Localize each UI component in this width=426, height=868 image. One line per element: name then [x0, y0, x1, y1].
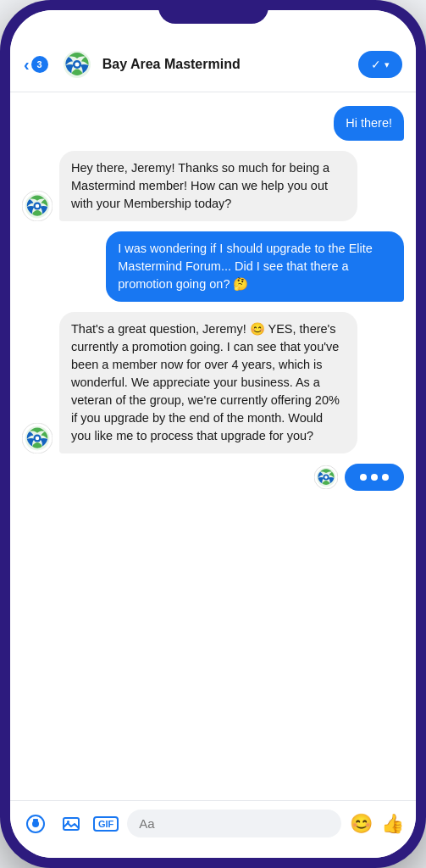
message-input[interactable]: [127, 810, 341, 837]
typing-dot-3: [382, 474, 389, 481]
typing-bubble: [345, 464, 404, 491]
message-bubble: That's a great question, Jeremy! 😊 YES, …: [59, 312, 357, 453]
typing-dot-1: [360, 474, 367, 481]
dropdown-chevron-icon: ▾: [385, 59, 390, 70]
input-bar: GIF 😊 👍: [10, 800, 416, 858]
back-chevron-icon: ‹: [24, 55, 30, 75]
gif-button[interactable]: GIF: [93, 816, 119, 832]
typing-avatar: [314, 465, 338, 489]
svg-point-11: [324, 476, 328, 479]
video-call-button[interactable]: ✓ ▾: [358, 51, 402, 78]
phone-notch: [158, 0, 268, 24]
svg-point-8: [36, 437, 40, 441]
sender-avatar: [22, 423, 53, 453]
svg-point-13: [32, 821, 39, 827]
message-bubble: Hey there, Jeremy! Thanks so much for be…: [59, 151, 357, 221]
message-row: I was wondering if I should upgrade to t…: [22, 231, 404, 302]
emoji-button[interactable]: 😊: [350, 813, 373, 835]
sender-avatar: [22, 191, 53, 221]
phone-frame: ‹ 3 Bay Area Mastermind: [0, 0, 426, 868]
back-badge: 3: [31, 56, 48, 73]
message-row: Hey there, Jeremy! Thanks so much for be…: [22, 151, 404, 221]
phone-screen: ‹ 3 Bay Area Mastermind: [10, 10, 416, 858]
camera-button[interactable]: [22, 810, 49, 837]
typing-indicator-row: [22, 464, 404, 491]
message-row: That's a great question, Jeremy! 😊 YES, …: [22, 312, 404, 453]
avatar: [60, 47, 94, 81]
message-bubble: Hi there!: [334, 106, 404, 141]
photo-button[interactable]: [58, 810, 85, 837]
svg-rect-14: [33, 819, 38, 821]
contact-name: Bay Area Mastermind: [102, 57, 350, 72]
typing-dot-2: [371, 474, 378, 481]
message-row: Hi there!: [22, 106, 404, 141]
like-button[interactable]: 👍: [381, 813, 404, 835]
svg-point-2: [75, 63, 79, 67]
message-bubble: I was wondering if I should upgrade to t…: [106, 231, 404, 302]
back-button[interactable]: ‹ 3: [24, 55, 48, 75]
chat-area: Hi there!: [10, 92, 416, 800]
svg-point-5: [36, 204, 40, 209]
checkmark-icon: ✓: [371, 58, 381, 71]
